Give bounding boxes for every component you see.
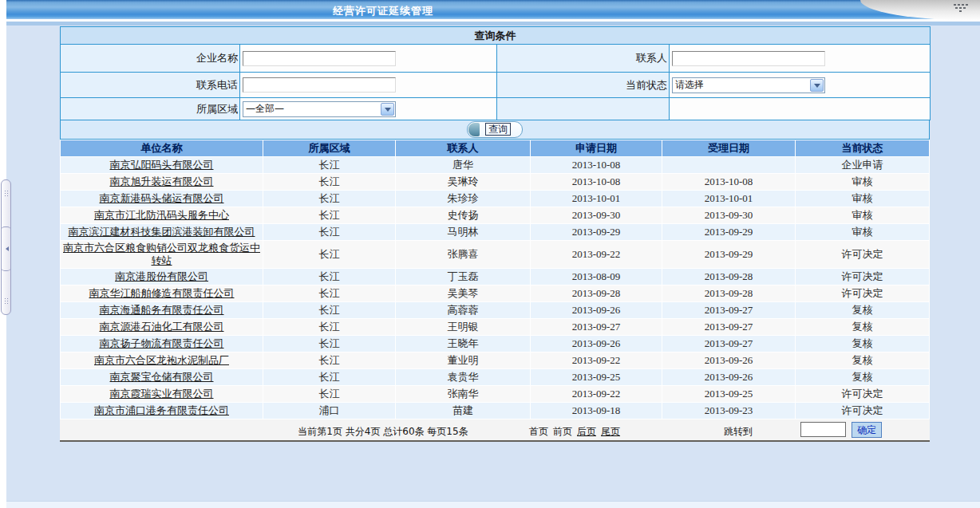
company-link[interactable]: 南京海通船务有限责任公司: [100, 304, 224, 316]
region-cell: 长江: [263, 336, 395, 352]
contact-cell: 袁贵华: [396, 369, 530, 385]
accept-date-cell: 2013-09-27: [662, 336, 795, 352]
panel-splitter-handle[interactable]: [1, 179, 11, 315]
table-row: 南京源港石油化工有限公司 长江 王明银 2013-09-27 2013-09-2…: [61, 319, 929, 335]
contact-cell: 丁玉磊: [396, 269, 530, 285]
col-header-unit-name: 单位名称: [61, 140, 263, 156]
chevron-down-icon[interactable]: [381, 103, 394, 116]
company-link[interactable]: 南京市六合区龙袍水泥制品厂: [94, 354, 229, 366]
next-page-link[interactable]: 后页: [577, 426, 596, 437]
region-cell: 长江: [263, 269, 395, 285]
status-cell: 复核: [796, 302, 929, 318]
search-button[interactable]: 查询: [467, 121, 523, 138]
accept-date-cell: 2013-09-29: [662, 241, 795, 268]
status-label: 当前状态: [497, 73, 670, 98]
region-cell: 长江: [263, 174, 395, 190]
enterprise-name-label: 企业名称: [61, 45, 240, 73]
bottom-strip: [0, 501, 980, 508]
accept-date-cell: 2013-09-27: [662, 319, 795, 335]
company-link[interactable]: 南京旭升装运有限公司: [110, 175, 214, 187]
company-link[interactable]: 南京港股份有限公司: [115, 270, 208, 282]
company-link[interactable]: 南京市江北防汛码头服务中心: [94, 209, 229, 221]
table-row: 南京聚宝仓储有限公司 长江 袁贵华 2013-09-25 2013-09-26 …: [61, 369, 929, 385]
contact-input[interactable]: [672, 51, 825, 66]
region-select-value: —全部—: [246, 102, 381, 116]
contact-cell: 史传扬: [396, 207, 530, 223]
accept-date-cell: 2013-09-26: [662, 352, 795, 368]
apply-date-cell: 2013-09-29: [531, 224, 662, 240]
enterprise-name-input[interactable]: [243, 51, 396, 66]
last-page-link[interactable]: 尾页: [601, 426, 620, 437]
grip-dots-icon: [4, 190, 9, 197]
status-cell: 复核: [796, 369, 929, 385]
table-row: 南京滨江建材科技集团滨港装卸有限公司 长江 马明林 2013-09-29 201…: [61, 224, 929, 240]
company-link[interactable]: 南京华江船舶修造有限责任公司: [89, 287, 235, 299]
results-table: 单位名称 所属区域 联系人 申请日期 受理日期 当前状态 南京弘阳码头有限公司 …: [60, 140, 930, 442]
company-link[interactable]: 南京弘阳码头有限公司: [110, 159, 214, 171]
status-cell: 企业申请: [796, 157, 929, 173]
company-link[interactable]: 南京聚宝仓储有限公司: [110, 371, 214, 383]
accept-date-cell: 2013-10-01: [662, 191, 795, 207]
status-cell: 审核: [796, 224, 929, 240]
contact-cell: 高蓉蓉: [396, 302, 530, 318]
status-select[interactable]: 请选择: [672, 77, 825, 93]
col-header-contact: 联系人: [396, 140, 530, 156]
button-block-icon: [468, 123, 480, 136]
splitter-middle[interactable]: [1, 226, 11, 271]
apply-date-cell: 2013-09-22: [531, 241, 662, 268]
status-cell: 许可决定: [796, 403, 929, 419]
status-cell: 审核: [796, 191, 929, 207]
company-link[interactable]: 南京新港码头储运有限公司: [100, 192, 224, 204]
confirm-button[interactable]: 确定: [852, 422, 882, 438]
table-row: 南京旭升装运有限公司 长江 吴琳玲 2013-10-08 2013-10-08 …: [61, 174, 929, 190]
table-row: 南京市江北防汛码头服务中心 长江 史传扬 2013-09-30 2013-09-…: [61, 207, 929, 223]
prev-page-link[interactable]: 前页: [553, 426, 572, 437]
apply-date-cell: 2013-10-08: [531, 157, 662, 173]
search-button-label: 查询: [485, 123, 511, 136]
status-cell: 许可决定: [796, 241, 929, 268]
company-link[interactable]: 南京市浦口港务有限责任公司: [94, 404, 229, 416]
table-row: 南京港股份有限公司 长江 丁玉磊 2013-08-09 2013-09-28 许…: [61, 269, 929, 285]
status-cell: 许可决定: [796, 286, 929, 301]
apply-date-cell: 2013-09-27: [531, 319, 662, 335]
status-cell: 许可决定: [796, 386, 929, 402]
contact-cell: 朱珍珍: [396, 191, 530, 207]
region-cell: 长江: [263, 386, 395, 402]
grip-dots-icon: [4, 297, 9, 305]
empty-label-cell: [497, 98, 670, 120]
dots-row: [958, 10, 962, 12]
contact-cell: 张腾喜: [396, 241, 530, 268]
contact-cell: 王晓年: [396, 336, 530, 352]
region-cell: 长江: [263, 352, 395, 368]
company-link[interactable]: 南京霞瑞实业有限公司: [110, 388, 214, 400]
dots-row: [954, 7, 966, 9]
query-form: 查询条件 企业名称 联系人 联系电话 当前状态 请选择: [60, 26, 930, 120]
collapse-left-icon: [3, 246, 9, 251]
status-select-value: 请选择: [675, 78, 810, 92]
first-page-link[interactable]: 首页: [529, 426, 548, 437]
table-body: 南京弘阳码头有限公司 长江 唐华 2013-10-08 企业申请 南京旭升装运有…: [61, 157, 929, 419]
dots-row: [953, 4, 969, 6]
accept-date-cell: 2013-09-25: [662, 386, 795, 402]
pagination-bar: 当前第1页 共分4页 总计60条 每页15条 首页前页后页尾页 跳转到 确定: [60, 419, 930, 442]
company-link[interactable]: 南京市六合区粮食购销公司双龙粮食货运中转站: [63, 242, 260, 266]
status-cell: 复核: [796, 336, 929, 352]
region-cell: 长江: [263, 286, 395, 301]
phone-input[interactable]: [243, 77, 396, 93]
status-cell: 审核: [796, 174, 929, 190]
region-cell: 长江: [263, 157, 395, 173]
chevron-down-icon[interactable]: [810, 79, 824, 92]
accept-date-cell: 2013-09-26: [662, 369, 795, 385]
accept-date-cell: [662, 157, 795, 173]
status-cell: 许可决定: [796, 269, 929, 285]
jump-to-label: 跳转到: [724, 425, 753, 439]
contact-cell: 吴琳玲: [396, 174, 530, 190]
jump-page-input[interactable]: [800, 422, 846, 437]
company-link[interactable]: 南京扬子物流有限责任公司: [100, 337, 224, 349]
company-link[interactable]: 南京滨江建材科技集团滨港装卸有限公司: [69, 226, 255, 238]
region-select[interactable]: —全部—: [243, 101, 396, 117]
apply-date-cell: 2013-09-26: [531, 302, 662, 318]
contact-cell: 董业明: [396, 352, 530, 368]
table-row: 南京华江船舶修造有限责任公司 长江 吴美琴 2013-09-28 2013-09…: [61, 286, 929, 301]
company-link[interactable]: 南京源港石油化工有限公司: [100, 321, 224, 333]
